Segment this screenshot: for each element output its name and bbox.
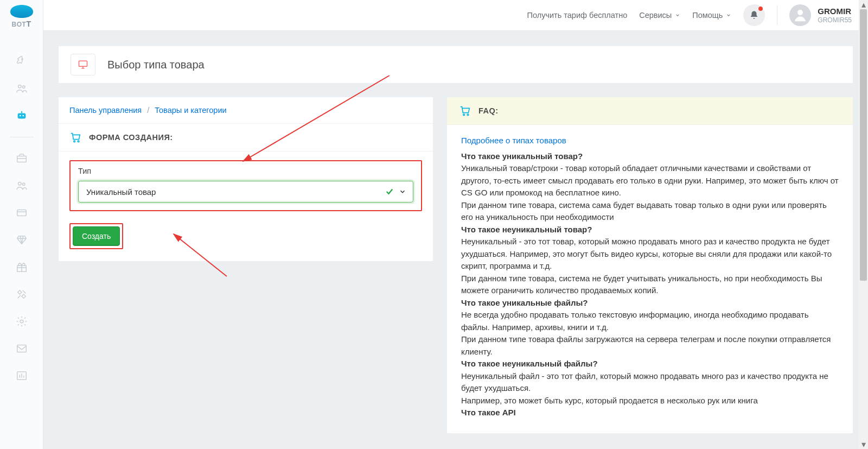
chevron-down-icon [726, 12, 731, 18]
create-button[interactable]: Создать [73, 226, 120, 246]
svg-point-21 [463, 114, 465, 116]
svg-rect-7 [17, 156, 26, 162]
svg-point-9 [22, 183, 25, 186]
svg-point-1 [18, 85, 21, 88]
breadcrumb: Панель управления / Товары и категории [69, 106, 422, 115]
notifications-button[interactable] [743, 4, 765, 26]
scrollbar-thumb[interactable] [860, 9, 867, 281]
faq-a4: Неуникальный файл - это тот файл, которы… [461, 371, 828, 393]
form-heading: ФОРМА СОЗДАНИЯ: [89, 133, 173, 142]
svg-rect-13 [17, 345, 26, 352]
faq-a1: Уникальный товар/строки - товар который … [461, 163, 839, 197]
faq-a3: Не всегда удобно продавать только тексто… [461, 310, 809, 332]
page-title: Выбор типа товара [107, 59, 205, 71]
svg-point-22 [467, 114, 469, 116]
scroll-up-icon[interactable]: ▴ [860, 0, 867, 9]
svg-rect-10 [17, 210, 26, 216]
faq-q2: Что такое неуникальный товар? [461, 224, 839, 236]
type-label: Тип [78, 167, 413, 175]
user-menu[interactable]: GROMIR GROMIR55 [789, 4, 852, 26]
chevron-down-icon [675, 12, 680, 18]
chart-icon[interactable] [16, 370, 28, 382]
svg-point-8 [18, 182, 21, 186]
svg-point-18 [78, 141, 79, 142]
svg-point-5 [22, 115, 24, 117]
topbar: Получить тариф бесплатно Сервисы Помощь … [43, 0, 868, 31]
type-select[interactable]: Уникальный товар [78, 181, 413, 203]
users-icon[interactable] [16, 83, 28, 94]
bell-icon [749, 10, 759, 20]
submit-highlight: Создать [69, 223, 123, 249]
faq-more-link[interactable]: Подробнее о типах товаров [461, 135, 839, 147]
scrollbar[interactable]: ▴ ▾ [859, 0, 868, 449]
logo-text-main: BOT [12, 21, 27, 28]
faq-a2: Неуникальный - это тот товар, который мо… [461, 237, 832, 270]
chevron-down-icon [399, 188, 406, 195]
breadcrumb-dashboard[interactable]: Панель управления [69, 106, 142, 115]
help-dropdown[interactable]: Помощь [692, 11, 731, 20]
logo[interactable]: BOTT [5, 4, 38, 29]
bot-icon[interactable] [16, 110, 28, 122]
svg-point-15 [797, 10, 803, 15]
rocket-icon[interactable] [16, 55, 28, 67]
separator [777, 5, 777, 25]
mail-icon[interactable] [16, 343, 28, 355]
svg-rect-16 [79, 61, 87, 66]
svg-rect-6 [21, 111, 22, 113]
monitor-icon [71, 54, 95, 75]
cart-icon [69, 131, 81, 143]
sidebar: BOTT [0, 0, 43, 449]
faq-panel: FAQ: Подробнее о типах товаров Что такое… [447, 97, 853, 433]
tariff-link[interactable]: Получить тариф бесплатно [527, 11, 628, 20]
faq-a3b: При данном типе товара файлы загружаются… [461, 334, 831, 356]
card-icon[interactable] [16, 207, 28, 219]
gear-icon[interactable] [16, 315, 28, 327]
faq-q4: Что такое неуникальный файлы? [461, 358, 839, 370]
notification-dot [758, 7, 763, 11]
faq-q1: Что такое уникальный товар? [461, 150, 839, 163]
avatar [789, 4, 811, 26]
page-header-card: Выбор типа товара [59, 46, 853, 83]
check-icon [385, 187, 394, 197]
cart-icon [459, 105, 471, 117]
svg-point-12 [20, 320, 23, 323]
svg-point-4 [19, 115, 21, 117]
user-name: GROMIR [818, 7, 852, 16]
scroll-down-icon[interactable]: ▾ [860, 440, 867, 449]
svg-point-17 [74, 141, 75, 142]
logo-text-suffix: T [26, 20, 31, 28]
type-selected-value: Уникальный товар [86, 187, 385, 197]
svg-rect-3 [17, 113, 25, 118]
user-handle: GROMIR55 [818, 16, 852, 24]
faq-a2b: При данном типе товара, система не будет… [461, 274, 822, 295]
faq-a4b: Например, это может быть курс, который п… [461, 396, 758, 405]
type-field-highlight: Тип Уникальный товар [69, 160, 422, 211]
briefcase-icon[interactable] [16, 153, 28, 165]
svg-point-2 [22, 86, 25, 88]
tools-icon[interactable] [16, 288, 28, 300]
breadcrumb-catalog[interactable]: Товары и категории [155, 106, 226, 115]
faq-a1b: При данном типе товара, система сама буд… [461, 200, 827, 222]
services-dropdown[interactable]: Сервисы [639, 11, 680, 20]
faq-q3: Что такое уникальные файлы? [461, 297, 839, 309]
faq-heading: FAQ: [478, 106, 499, 115]
diamond-icon[interactable] [16, 234, 28, 246]
users2-icon[interactable] [16, 180, 28, 192]
faq-q5: Что такое API [461, 407, 839, 419]
form-panel: Панель управления / Товары и категории Ф… [59, 97, 433, 261]
gift-icon[interactable] [16, 261, 28, 273]
